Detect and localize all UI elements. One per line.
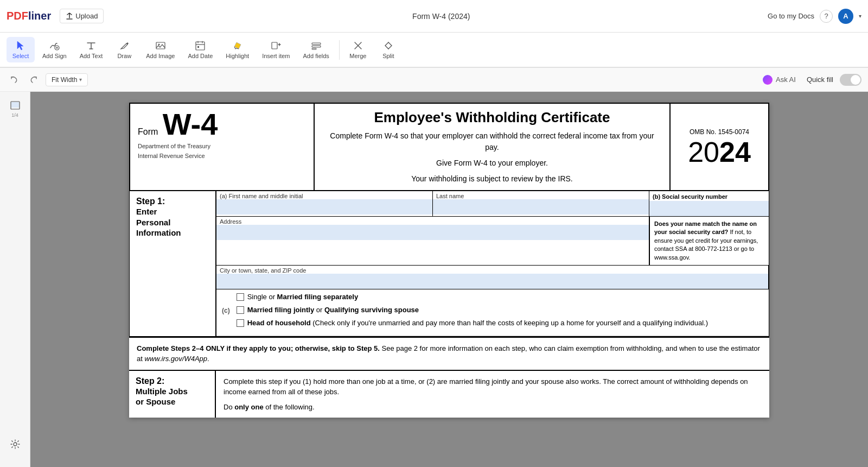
split-tool-button[interactable]: Split bbox=[374, 37, 403, 62]
form-subtitle-line1: Complete Form W-4 so that your employer … bbox=[326, 130, 659, 153]
checkbox1[interactable] bbox=[237, 293, 244, 301]
complete-notice-url: www.irs.gov/W4App bbox=[144, 355, 207, 363]
ssn-input[interactable] bbox=[649, 201, 769, 216]
add-text-tool-button[interactable]: Add Text bbox=[74, 37, 108, 62]
document-viewer[interactable]: Form W-4 Department of the Treasury Inte… bbox=[30, 92, 868, 467]
address-row: Address Does your name match the name on… bbox=[216, 217, 769, 266]
checkbox3[interactable] bbox=[237, 319, 244, 327]
form-w4-title: Form W-4 bbox=[138, 109, 306, 140]
step2-content-para1: Complete this step if you (1) hold more … bbox=[224, 376, 762, 397]
doc-title: Form W-4 (2024) bbox=[114, 12, 768, 21]
thumbnail-icon bbox=[10, 100, 21, 111]
main-content: 1/4 Form W-4 Departme bbox=[0, 92, 868, 467]
add-date-tool-button[interactable]: Add Date bbox=[182, 37, 218, 62]
draw-icon bbox=[119, 40, 130, 51]
add-image-tool-button[interactable]: Add Image bbox=[141, 37, 180, 62]
page-number-label: 1/4 bbox=[11, 112, 18, 118]
logo-text: PDFliner bbox=[7, 10, 51, 22]
checkbox3-item: Head of household (Check only if you're … bbox=[237, 319, 763, 327]
form-header-center: Employee's Withholding Certificate Compl… bbox=[315, 104, 671, 190]
last-name-label: Last name bbox=[433, 191, 649, 199]
svg-point-24 bbox=[14, 443, 17, 446]
step1-section: Step 1: Enter Personal Information (a) F… bbox=[129, 191, 769, 337]
insert-item-tool-button[interactable]: Insert item bbox=[257, 37, 295, 62]
quick-fill-label: Quick fill bbox=[807, 75, 833, 84]
checkbox-row: (c) Single or Married filing separately … bbox=[216, 289, 769, 336]
add-fields-tool-button[interactable]: Add fields bbox=[298, 37, 335, 62]
complete-notice: Complete Steps 2–4 ONLY if they apply to… bbox=[129, 337, 769, 370]
settings-sidebar-button[interactable] bbox=[4, 432, 26, 456]
form-subtitle-line2: Give Form W-4 to your employer. bbox=[436, 157, 548, 169]
upload-button[interactable]: Upload bbox=[60, 9, 104, 23]
checkbox1-item: Single or Married filing separately bbox=[237, 293, 763, 301]
city-input[interactable] bbox=[216, 274, 768, 289]
top-bar: PDFliner Upload Form W-4 (2024) Go to my… bbox=[0, 0, 868, 33]
first-name-input[interactable] bbox=[216, 199, 432, 214]
select-icon bbox=[15, 40, 26, 51]
form-dept-line1: Department of the Treasury bbox=[138, 143, 306, 149]
year-20: 20 bbox=[688, 136, 719, 168]
highlight-icon bbox=[232, 40, 243, 51]
go-to-docs-link[interactable]: Go to my Docs bbox=[768, 12, 814, 20]
svg-rect-13 bbox=[196, 42, 205, 50]
step2-content-para2: Do only one of the following. bbox=[224, 402, 762, 413]
add-fields-icon bbox=[311, 40, 322, 51]
form-header: Form W-4 Department of the Treasury Inte… bbox=[129, 103, 769, 191]
form-main-title: Employee's Withholding Certificate bbox=[374, 109, 610, 126]
svg-rect-16 bbox=[312, 43, 321, 45]
thumbnail-view-button[interactable]: 1/4 bbox=[4, 97, 26, 121]
avatar-dropdown-arrow[interactable]: ▾ bbox=[859, 13, 861, 19]
form-name-row: (a) First name and middle initial Last n… bbox=[216, 191, 769, 217]
step1-content: (a) First name and middle initial Last n… bbox=[216, 191, 769, 336]
step2-content: Complete this step if you (1) hold more … bbox=[216, 371, 769, 418]
city-row: City or town, state, and ZIP code bbox=[216, 266, 769, 289]
form-subtitle-line3: Your withholding is subject to review by… bbox=[411, 173, 573, 185]
address-label: Address bbox=[216, 217, 649, 225]
left-sidebar: 1/4 bbox=[0, 92, 30, 467]
svg-rect-17 bbox=[312, 46, 321, 47]
app-container: PDFliner Upload Form W-4 (2024) Go to my… bbox=[0, 0, 868, 467]
fit-width-dropdown-arrow[interactable]: ▾ bbox=[79, 77, 82, 83]
year-24: 24 bbox=[719, 136, 751, 168]
step2-rest-text: of the following. bbox=[264, 403, 315, 411]
address-cell: Address bbox=[216, 217, 649, 265]
form-header-right: OMB No. 1545-0074 2024 bbox=[671, 104, 768, 190]
step1-number: Step 1: bbox=[136, 197, 209, 206]
toolbar-separator bbox=[339, 40, 340, 60]
draw-tool-button[interactable]: Draw bbox=[110, 37, 138, 62]
add-sign-icon bbox=[49, 40, 60, 51]
merge-tool-button[interactable]: Merge bbox=[344, 37, 372, 62]
toolbar: Select Add Sign Add Text bbox=[0, 33, 868, 67]
add-image-icon bbox=[155, 40, 166, 51]
logo-liner: liner bbox=[28, 10, 51, 22]
help-button[interactable]: ? bbox=[820, 10, 833, 23]
gear-icon bbox=[10, 439, 21, 450]
step1-title: Enter Personal Information bbox=[136, 206, 209, 238]
split-icon bbox=[383, 40, 394, 51]
redo-icon bbox=[29, 75, 38, 84]
user-avatar-button[interactable]: A bbox=[838, 9, 853, 24]
undo-button[interactable] bbox=[7, 72, 22, 87]
form-w4-number: W-4 bbox=[163, 107, 218, 141]
omb-number: OMB No. 1545-0074 bbox=[690, 128, 749, 136]
checkbox-row-c-label: (c) Single or Married filing separately … bbox=[222, 293, 763, 329]
fit-width-button[interactable]: Fit Width ▾ bbox=[46, 73, 88, 86]
step2-section: Step 2: Multiple Jobs or Spouse Complete… bbox=[129, 370, 769, 418]
top-bar-right: Go to my Docs ? A ▾ bbox=[768, 9, 861, 24]
svg-point-12 bbox=[158, 44, 159, 46]
redo-button[interactable] bbox=[26, 72, 41, 87]
undo-icon bbox=[10, 75, 18, 84]
checkbox2[interactable] bbox=[237, 306, 244, 314]
secondary-toolbar: Fit Width ▾ Ask AI Quick fill bbox=[0, 68, 868, 92]
step2-number: Step 2: bbox=[136, 376, 208, 386]
highlight-tool-button[interactable]: Highlight bbox=[220, 37, 254, 62]
field-c-label: (c) bbox=[222, 307, 230, 314]
quick-fill-toggle[interactable] bbox=[840, 74, 861, 86]
address-input[interactable] bbox=[216, 225, 649, 240]
checkbox2-item: Married filing jointly or Qualifying sur… bbox=[237, 306, 763, 314]
add-sign-tool-button[interactable]: Add Sign bbox=[37, 37, 72, 62]
select-tool-button[interactable]: Select bbox=[7, 37, 35, 62]
last-name-input[interactable] bbox=[433, 199, 649, 214]
step2-title: Multiple Jobs or Spouse bbox=[136, 386, 208, 407]
ask-ai-button[interactable]: Ask AI bbox=[758, 73, 800, 87]
